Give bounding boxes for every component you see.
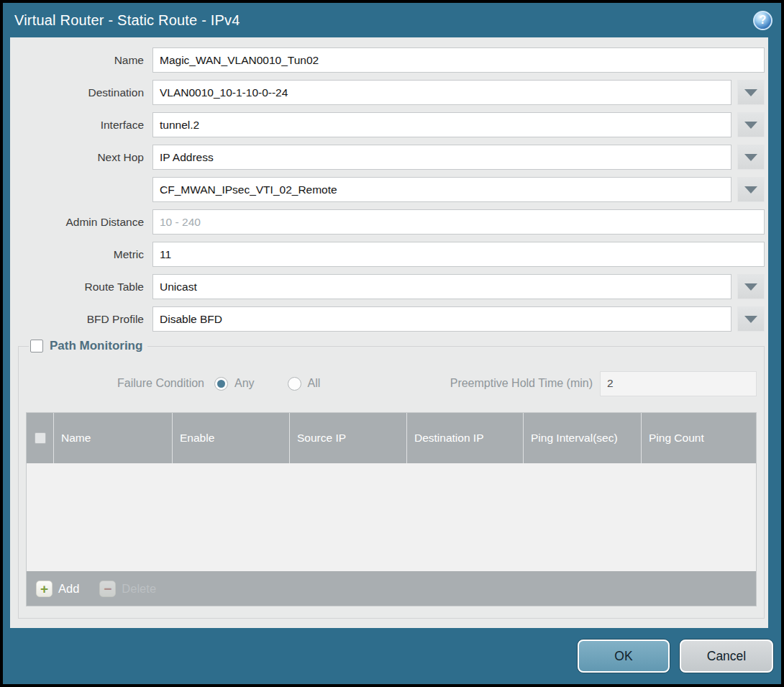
bfd-profile-dropdown-button[interactable] xyxy=(737,306,765,332)
preemptive-hold-time-label: Preemptive Hold Time (min) xyxy=(320,377,600,390)
select-all-checkbox[interactable] xyxy=(35,432,46,444)
destination-input[interactable] xyxy=(152,80,731,105)
path-monitoring-checkbox[interactable] xyxy=(30,340,43,352)
interface-row: Interface xyxy=(16,112,765,137)
admin-distance-row: Admin Distance xyxy=(16,209,765,235)
next-hop-address-combo xyxy=(152,177,765,202)
next-hop-label: Next Hop xyxy=(16,151,152,164)
next-hop-address-input[interactable] xyxy=(152,177,731,202)
table-toolbar: + Add − Delete xyxy=(27,571,756,606)
add-button[interactable]: + Add xyxy=(36,581,79,597)
dropdown-arrow-icon xyxy=(744,122,757,129)
destination-dropdown-button[interactable] xyxy=(737,80,765,105)
next-hop-address-dropdown-button[interactable] xyxy=(737,177,765,202)
name-label: Name xyxy=(16,54,152,67)
dialog-body: Name Destination Interface Next Hop xyxy=(10,37,768,628)
interface-input[interactable] xyxy=(152,112,731,137)
path-monitoring-fieldset: Path Monitoring Failure Condition Any Al… xyxy=(18,339,765,619)
column-header-enable: Enable xyxy=(173,413,290,463)
radio-all[interactable] xyxy=(288,377,301,391)
destination-combo xyxy=(152,80,765,105)
delete-button[interactable]: − Delete xyxy=(99,581,156,597)
next-hop-type-input[interactable] xyxy=(152,145,731,170)
path-monitoring-legend: Path Monitoring xyxy=(29,339,147,353)
radio-all-label: All xyxy=(308,377,321,390)
path-monitoring-table: Name Enable Source IP Destination IP Pin… xyxy=(26,412,757,606)
add-button-label: Add xyxy=(58,582,79,596)
dialog-titlebar: Virtual Router - Static Route - IPv4 ? xyxy=(3,3,781,37)
failure-condition-label: Failure Condition xyxy=(26,377,214,390)
dialog-footer: OK Cancel xyxy=(3,628,781,684)
route-table-dropdown-button[interactable] xyxy=(737,274,765,299)
dropdown-arrow-icon xyxy=(744,186,757,194)
cancel-button[interactable]: Cancel xyxy=(680,640,773,673)
column-header-source-ip: Source IP xyxy=(290,413,407,463)
radio-any-label: Any xyxy=(234,377,255,390)
column-header-ping-interval: Ping Interval(sec) xyxy=(524,413,642,463)
name-input[interactable] xyxy=(152,47,765,73)
bfd-profile-row: BFD Profile xyxy=(16,306,765,332)
interface-dropdown-button[interactable] xyxy=(737,112,765,137)
dropdown-arrow-icon xyxy=(744,89,757,96)
bfd-profile-combo xyxy=(152,306,765,332)
route-table-combo xyxy=(152,274,765,299)
delete-icon: − xyxy=(99,581,116,597)
screenshot-root: Virtual Router - Static Route - IPv4 ? N… xyxy=(0,0,784,687)
destination-label: Destination xyxy=(16,86,152,99)
delete-button-label: Delete xyxy=(122,582,156,596)
add-icon: + xyxy=(36,581,53,597)
select-all-column-header xyxy=(27,413,54,463)
dropdown-arrow-icon xyxy=(744,316,757,323)
table-body-empty xyxy=(27,463,756,571)
name-row: Name xyxy=(16,47,765,73)
metric-row: Metric xyxy=(16,242,765,267)
admin-distance-input[interactable] xyxy=(152,209,765,235)
route-table-input[interactable] xyxy=(152,274,731,299)
interface-combo xyxy=(152,112,765,137)
help-icon[interactable]: ? xyxy=(753,11,772,30)
metric-label: Metric xyxy=(16,248,152,261)
preemptive-hold-time-input[interactable] xyxy=(600,371,757,396)
admin-distance-label: Admin Distance xyxy=(16,216,152,229)
next-hop-address-row xyxy=(16,177,765,202)
route-table-row: Route Table xyxy=(16,274,765,299)
dialog-title: Virtual Router - Static Route - IPv4 xyxy=(14,12,240,29)
table-header-row: Name Enable Source IP Destination IP Pin… xyxy=(27,413,756,463)
radio-any[interactable] xyxy=(214,377,228,391)
path-monitoring-title: Path Monitoring xyxy=(50,339,142,353)
next-hop-row: Next Hop xyxy=(16,145,765,170)
destination-row: Destination xyxy=(16,80,765,105)
next-hop-type-dropdown-button[interactable] xyxy=(737,145,765,170)
static-route-dialog: Virtual Router - Static Route - IPv4 ? N… xyxy=(3,3,781,684)
next-hop-type-combo xyxy=(152,145,765,170)
bfd-profile-input[interactable] xyxy=(152,306,731,332)
interface-label: Interface xyxy=(16,119,152,132)
ok-button[interactable]: OK xyxy=(578,640,670,673)
route-table-label: Route Table xyxy=(16,281,152,294)
dropdown-arrow-icon xyxy=(744,154,757,161)
bfd-profile-label: BFD Profile xyxy=(16,313,152,326)
metric-input[interactable] xyxy=(152,242,765,267)
dropdown-arrow-icon xyxy=(744,283,757,291)
column-header-destination-ip: Destination IP xyxy=(407,413,524,463)
column-header-ping-count: Ping Count xyxy=(642,413,756,463)
column-header-name: Name xyxy=(54,413,173,463)
failure-condition-row: Failure Condition Any All Preemptive Hol… xyxy=(26,370,757,396)
